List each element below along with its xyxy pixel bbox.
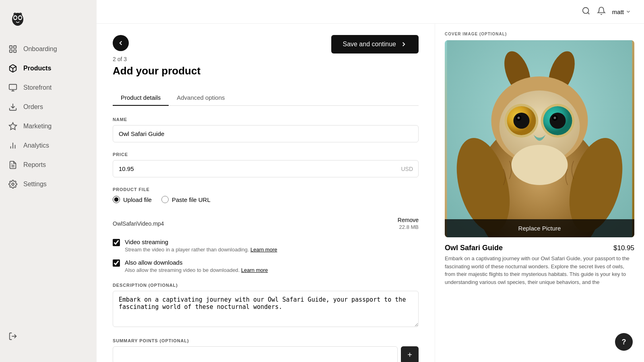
product-file-group: PRODUCT FILE Upload file Paste file URL <box>113 187 419 203</box>
currency-label: USD <box>401 166 413 172</box>
sidebar-item-logout[interactable] <box>0 327 97 346</box>
box-icon <box>8 64 18 73</box>
sidebar-item-products-label: Products <box>23 65 51 72</box>
video-streaming-checkbox[interactable] <box>113 239 120 246</box>
svg-point-0 <box>12 13 23 26</box>
name-input[interactable] <box>113 125 419 142</box>
sidebar-item-marketing[interactable]: Marketing <box>0 117 97 136</box>
username-label: matt <box>612 8 624 15</box>
description-field-group: DESCRIPTION (OPTIONAL) Embark on a capti… <box>113 283 419 329</box>
header: matt <box>97 0 644 24</box>
star-icon <box>8 121 18 131</box>
summary-label: SUMMARY POINTS (OPTIONAL) <box>113 338 419 343</box>
sidebar-item-analytics-label: Analytics <box>23 142 49 149</box>
upload-file-radio[interactable] <box>113 196 120 203</box>
file-info: OwlSafariVideo.mp4 Remove 22.8 MB <box>113 213 419 234</box>
price-input[interactable] <box>113 160 419 177</box>
app-logo <box>8 8 27 27</box>
preview-description: Embark on a captivating journey with our… <box>445 255 634 286</box>
bell-icon[interactable] <box>597 6 606 17</box>
help-button[interactable]: ? <box>615 333 633 351</box>
tab-product-details[interactable]: Product details <box>113 90 169 106</box>
svg-point-42 <box>512 145 568 185</box>
summary-field-group: SUMMARY POINTS (OPTIONAL) + <box>113 338 419 362</box>
svg-rect-10 <box>9 84 17 90</box>
add-summary-button[interactable]: + <box>401 346 419 362</box>
svg-point-34 <box>514 113 530 129</box>
description-textarea[interactable]: Embark on a captivating journey with our… <box>113 291 419 327</box>
search-icon[interactable] <box>582 6 590 17</box>
gear-icon <box>8 179 18 189</box>
product-file-label: PRODUCT FILE <box>113 187 419 192</box>
content-wrapper: 2 of 3 Add your product Save and continu… <box>97 24 644 362</box>
price-label: PRICE <box>113 152 419 157</box>
options-checkboxes: Video streaming Stream the video in a pl… <box>113 239 419 273</box>
also-allow-downloads-checkbox[interactable] <box>113 259 120 267</box>
also-allow-learn-more[interactable]: Learn more <box>241 267 268 273</box>
video-streaming-title: Video streaming <box>125 239 277 245</box>
paste-url-option[interactable]: Paste file URL <box>161 196 211 203</box>
sidebar-item-settings[interactable]: Settings <box>0 175 97 194</box>
upload-file-option[interactable]: Upload file <box>113 196 152 203</box>
sidebar-item-marketing-label: Marketing <box>23 123 52 130</box>
cover-image-wrapper: Replace Picture <box>445 40 634 237</box>
svg-point-20 <box>12 183 14 185</box>
sidebar-item-onboarding-label: Onboarding <box>23 45 57 53</box>
sidebar: Onboarding Products Storefront Orders Ma… <box>0 0 97 362</box>
cover-image-label: COVER IMAGE (OPTIONAL) <box>445 32 634 36</box>
video-streaming-desc: Stream the video in a player rather than… <box>125 247 277 253</box>
sidebar-item-reports-label: Reports <box>23 161 46 169</box>
svg-point-4 <box>19 16 21 19</box>
sidebar-item-reports[interactable]: Reports <box>0 155 97 175</box>
sidebar-item-storefront-label: Storefront <box>23 84 52 91</box>
svg-rect-6 <box>14 46 16 48</box>
price-field-group: PRICE USD <box>113 152 419 177</box>
name-label: NAME <box>113 117 419 122</box>
doc-icon <box>8 160 18 170</box>
svg-point-3 <box>14 16 17 19</box>
remove-file-button[interactable]: Remove <box>398 217 419 223</box>
preview-title: Owl Safari Guide $10.95 <box>445 244 634 252</box>
sidebar-item-analytics[interactable]: Analytics <box>0 136 97 155</box>
sidebar-item-onboarding[interactable]: Onboarding <box>0 39 97 59</box>
form-area: 2 of 3 Add your product Save and continu… <box>97 24 435 362</box>
header-icons: matt <box>582 6 631 17</box>
svg-point-36 <box>518 117 520 119</box>
sidebar-item-orders-label: Orders <box>23 103 43 111</box>
svg-point-39 <box>550 113 566 129</box>
logout-icon <box>8 331 18 341</box>
paste-url-radio[interactable] <box>161 196 169 203</box>
sidebar-item-storefront[interactable]: Storefront <box>0 78 97 97</box>
back-button[interactable] <box>113 35 129 51</box>
svg-rect-5 <box>10 46 12 48</box>
download-icon <box>8 102 18 112</box>
cover-image <box>445 40 634 237</box>
save-continue-button[interactable]: Save and continue <box>331 35 419 53</box>
sidebar-item-settings-label: Settings <box>23 181 47 188</box>
chart-icon <box>8 44 18 54</box>
description-label: DESCRIPTION (OPTIONAL) <box>113 283 419 288</box>
tab-advanced-options[interactable]: Advanced options <box>169 90 233 106</box>
summary-input[interactable] <box>113 346 398 362</box>
also-allow-title: Also allow downloads <box>125 259 268 266</box>
page-title: Add your product <box>113 65 200 77</box>
file-meta: Remove 22.8 MB <box>398 217 419 230</box>
also-allow-desc: Also allow the streaming video to be dow… <box>125 267 268 273</box>
svg-point-41 <box>554 117 556 119</box>
tabs: Product details Advanced options <box>113 90 419 106</box>
svg-rect-7 <box>10 50 12 52</box>
file-name-label: OwlSafariVideo.mp4 <box>113 220 164 227</box>
sidebar-item-products[interactable]: Products <box>0 59 97 78</box>
name-field-group: NAME <box>113 117 419 142</box>
video-streaming-option: Video streaming Stream the video in a pl… <box>113 239 419 253</box>
video-streaming-learn-more[interactable]: Learn more <box>250 247 277 253</box>
svg-point-22 <box>583 8 589 14</box>
svg-rect-8 <box>14 50 16 52</box>
preview-price: $10.95 <box>613 244 634 252</box>
main-content: matt 2 of 3 Add your product Save and co… <box>97 0 644 362</box>
replace-picture-button[interactable]: Replace Picture <box>445 219 634 237</box>
sidebar-item-orders[interactable]: Orders <box>0 97 97 117</box>
user-menu[interactable]: matt <box>612 8 631 15</box>
svg-marker-14 <box>9 123 17 130</box>
preview-area: COVER IMAGE (OPTIONAL) <box>435 24 644 362</box>
